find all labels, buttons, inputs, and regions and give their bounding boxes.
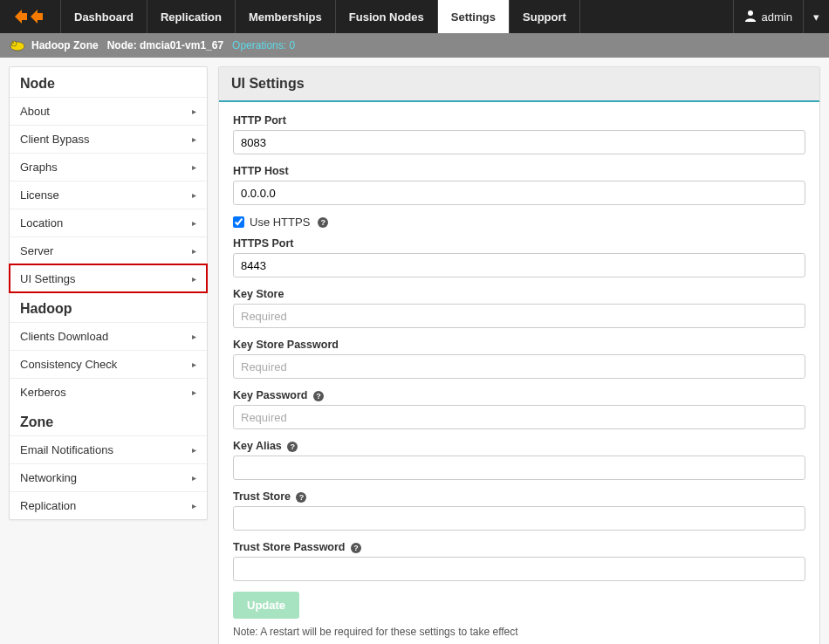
restart-note: Note: A restart will be required for the…: [233, 626, 805, 638]
help-icon[interactable]: ?: [318, 217, 328, 228]
sidebar-group-zone: Zone: [10, 406, 207, 435]
help-icon[interactable]: ?: [313, 391, 324, 401]
http-port-input[interactable]: [233, 130, 805, 154]
svg-point-2: [748, 10, 753, 16]
nav-item-memberships[interactable]: Memberships: [236, 0, 336, 33]
settings-sidebar: NodeAbout▸Client Bypass▸Graphs▸License▸L…: [9, 66, 208, 520]
chevron-right-icon: ▸: [192, 501, 196, 510]
help-icon[interactable]: ?: [296, 492, 306, 503]
sidebar-item-label: About: [20, 105, 50, 118]
main-panel: UI Settings HTTP Port HTTP Host Use HTTP…: [218, 66, 820, 644]
chevron-right-icon: ▸: [192, 274, 196, 284]
user-caret[interactable]: ▾: [803, 0, 829, 33]
key-password-input[interactable]: [233, 405, 805, 429]
user-menu[interactable]: admin: [733, 0, 803, 33]
sidebar-item-consistency-check[interactable]: Consistency Check▸: [10, 350, 207, 378]
sidebar-item-server[interactable]: Server▸: [10, 236, 207, 264]
key-alias-input[interactable]: [233, 456, 805, 480]
http-host-label: HTTP Host: [233, 165, 805, 177]
nav-item-support[interactable]: Support: [510, 0, 580, 33]
chevron-right-icon: ▸: [192, 246, 196, 256]
sidebar-item-location[interactable]: Location▸: [10, 209, 207, 236]
chevron-right-icon: ▸: [192, 218, 196, 228]
http-port-label: HTTP Port: [233, 114, 805, 127]
key-store-password-label: Key Store Password: [233, 339, 805, 351]
zone-indicator: Hadoop Zone: [9, 38, 99, 52]
nav-item-fusion-nodes[interactable]: Fusion Nodes: [336, 0, 438, 33]
hadoop-icon: [9, 38, 26, 52]
key-alias-label: Key Alias ?: [233, 440, 805, 452]
svg-marker-0: [15, 10, 27, 24]
sidebar-item-label: Kerberos: [20, 386, 66, 399]
sidebar-item-graphs[interactable]: Graphs▸: [10, 153, 207, 181]
sidebar-item-email-notifications[interactable]: Email Notifications▸: [10, 435, 207, 463]
sidebar-item-label: License: [20, 188, 59, 202]
chevron-right-icon: ▸: [192, 445, 196, 455]
sub-nav: Hadoop Zone Node: dmcia01-vm1_67 Operati…: [0, 33, 829, 58]
sidebar-item-networking[interactable]: Networking▸: [10, 463, 207, 491]
zone-label: Hadoop Zone: [31, 39, 99, 51]
sidebar-item-label: Client Bypass: [20, 133, 89, 146]
chevron-right-icon: ▸: [192, 162, 196, 172]
svg-marker-1: [31, 10, 43, 24]
nav-item-replication[interactable]: Replication: [147, 0, 236, 33]
sidebar-item-about[interactable]: About▸: [10, 97, 207, 125]
sidebar-group-node: Node: [10, 67, 207, 97]
sidebar-item-label: Server: [20, 244, 53, 257]
sidebar-item-label: Graphs: [20, 161, 58, 174]
brand-logo[interactable]: [0, 0, 61, 33]
https-port-label: HTTPS Port: [233, 237, 805, 250]
use-https-label: Use HTTPS: [250, 216, 310, 229]
user-icon: [744, 10, 757, 24]
sidebar-item-label: Networking: [20, 471, 77, 484]
trust-store-input[interactable]: [233, 506, 805, 531]
chevron-right-icon: ▸: [192, 134, 196, 144]
nav-item-settings[interactable]: Settings: [438, 0, 510, 33]
panel-title: UI Settings: [219, 67, 819, 102]
chevron-right-icon: ▸: [192, 360, 196, 369]
sidebar-item-label: Clients Download: [20, 330, 108, 343]
node-indicator: Node: dmcia01-vm1_67: [107, 39, 223, 51]
sidebar-group-hadoop: Hadoop: [10, 292, 207, 322]
sidebar-item-label: Location: [20, 216, 63, 230]
sidebar-item-replication[interactable]: Replication▸: [10, 491, 207, 519]
operations-link[interactable]: Operations: 0: [232, 39, 295, 51]
chevron-right-icon: ▸: [192, 332, 196, 341]
key-store-password-input[interactable]: [233, 354, 805, 379]
key-store-label: Key Store: [233, 288, 805, 300]
sidebar-item-kerberos[interactable]: Kerberos▸: [10, 378, 207, 406]
chevron-right-icon: ▸: [192, 387, 196, 397]
key-password-label: Key Password ?: [233, 389, 805, 401]
chevron-right-icon: ▸: [192, 106, 196, 116]
http-host-input[interactable]: [233, 181, 805, 205]
sidebar-item-clients-download[interactable]: Clients Download▸: [10, 322, 207, 350]
key-store-input[interactable]: [233, 304, 805, 328]
sidebar-item-license[interactable]: License▸: [10, 181, 207, 209]
sidebar-item-ui-settings[interactable]: UI Settings▸: [10, 264, 207, 292]
sidebar-item-label: Email Notifications: [20, 443, 113, 456]
sidebar-item-label: UI Settings: [20, 272, 76, 285]
svg-point-5: [12, 42, 14, 44]
trust-store-label: Trust Store ?: [233, 490, 805, 503]
top-nav: DashboardReplicationMembershipsFusion No…: [0, 0, 829, 33]
nav-item-dashboard[interactable]: Dashboard: [61, 0, 147, 33]
trust-store-password-input[interactable]: [233, 557, 805, 581]
user-label: admin: [762, 10, 792, 24]
help-icon[interactable]: ?: [287, 442, 298, 452]
chevron-right-icon: ▸: [192, 190, 196, 200]
svg-point-4: [11, 41, 17, 46]
help-icon[interactable]: ?: [351, 543, 361, 553]
use-https-checkbox[interactable]: [233, 216, 244, 228]
sidebar-item-label: Replication: [20, 499, 76, 512]
https-port-input[interactable]: [233, 253, 805, 277]
sidebar-item-client-bypass[interactable]: Client Bypass▸: [10, 125, 207, 153]
chevron-right-icon: ▸: [192, 473, 196, 483]
update-button[interactable]: Update: [233, 592, 299, 619]
sidebar-item-label: Consistency Check: [20, 358, 117, 371]
trust-store-password-label: Trust Store Password ?: [233, 541, 805, 553]
